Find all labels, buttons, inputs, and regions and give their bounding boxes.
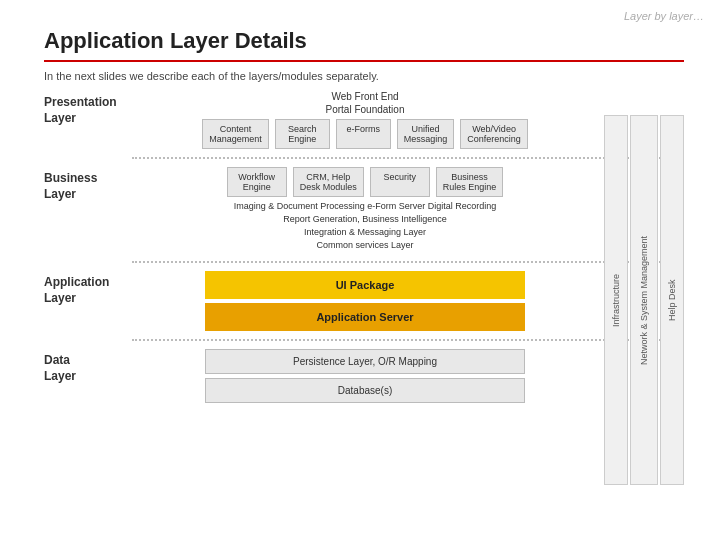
- application-layer-label: ApplicationLayer: [44, 271, 132, 306]
- diagram-wrapper: PresentationLayer Web Front End Portal F…: [44, 85, 684, 409]
- data-layer-label: DataLayer: [44, 349, 132, 384]
- module-workflow-engine: WorkflowEngine: [227, 167, 287, 197]
- module-content-management: ContentManagement: [202, 119, 269, 149]
- side-label-help-desk: Help Desk: [660, 115, 684, 485]
- module-business-rules: BusinessRules Engine: [436, 167, 504, 197]
- presentation-layer-body: Web Front End Portal Foundation ContentM…: [132, 91, 684, 149]
- module-security: Security: [370, 167, 430, 197]
- presentation-layer-label: PresentationLayer: [44, 91, 132, 126]
- data-layer-body: Persistence Layer, O/R Mapping Database(…: [132, 349, 684, 403]
- separator-1: [132, 157, 684, 159]
- separator-2: [132, 261, 684, 263]
- biz-imaging-text: Imaging & Document Processing e-Form Ser…: [132, 201, 598, 211]
- data-layer-section: DataLayer Persistence Layer, O/R Mapping…: [44, 343, 684, 409]
- module-webvideo-conferencing: Web/VideoConferencing: [460, 119, 528, 149]
- presentation-modules-row: ContentManagement SearchEngine e-Forms U…: [132, 119, 598, 149]
- side-label-infrastructure: Infrastructure: [604, 115, 628, 485]
- module-search-engine: SearchEngine: [275, 119, 330, 149]
- module-eforms: e-Forms: [336, 119, 391, 149]
- business-layer-label: BusinessLayer: [44, 167, 132, 202]
- subtitle-text: In the next slides we describe each of t…: [44, 70, 720, 82]
- main-diagram: PresentationLayer Web Front End Portal F…: [44, 85, 684, 515]
- presentation-layer-section: PresentationLayer Web Front End Portal F…: [44, 85, 684, 155]
- persistence-layer-box: Persistence Layer, O/R Mapping: [205, 349, 525, 374]
- side-labels-group: Infrastructure Network & System Manageme…: [604, 115, 684, 485]
- business-layer-body: WorkflowEngine CRM, HelpDesk Modules Sec…: [132, 167, 684, 253]
- business-row1: WorkflowEngine CRM, HelpDesk Modules Sec…: [132, 167, 598, 197]
- module-crm-helpdesk: CRM, HelpDesk Modules: [293, 167, 364, 197]
- module-unified-messaging: UnifiedMessaging: [397, 119, 455, 149]
- business-layer-section: BusinessLayer WorkflowEngine CRM, HelpDe…: [44, 161, 684, 259]
- portal-foundation-text: Portal Foundation: [132, 104, 598, 115]
- watermark-text: Layer by layer…: [624, 10, 704, 22]
- web-front-end-text: Web Front End: [132, 91, 598, 102]
- biz-integration-text: Integration & Messaging Layer: [132, 227, 598, 237]
- ui-package-box: UI Package: [205, 271, 525, 299]
- application-layer-section: ApplicationLayer UI Package Application …: [44, 265, 684, 337]
- database-box: Database(s): [205, 378, 525, 403]
- page-title: Application Layer Details: [44, 28, 684, 62]
- app-server-box: Application Server: [205, 303, 525, 331]
- separator-3: [132, 339, 684, 341]
- application-layer-body: UI Package Application Server: [132, 271, 684, 331]
- biz-common-services-text: Common services Layer: [132, 240, 598, 250]
- biz-report-text: Report Generation, Business Intelligence: [132, 214, 598, 224]
- side-label-network-management: Network & System Management: [630, 115, 658, 485]
